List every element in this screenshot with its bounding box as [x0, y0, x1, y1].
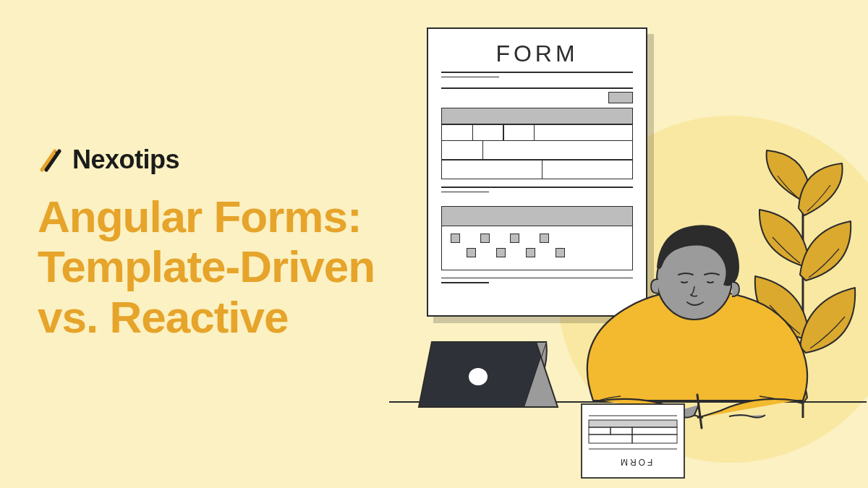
- paper-illustration: [579, 401, 687, 481]
- headline-line-2: Template-Driven: [38, 241, 375, 291]
- page-headline: Angular Forms: Template-Driven vs. React…: [38, 192, 375, 342]
- brand-logo-icon: [38, 147, 64, 173]
- brand-block: Nexotips: [38, 145, 179, 175]
- paper-form-label: FORM: [618, 457, 652, 467]
- svg-rect-5: [589, 420, 677, 427]
- laptop-illustration: [416, 336, 561, 437]
- brand-name: Nexotips: [72, 145, 179, 175]
- headline-line-3: vs. Reactive: [38, 292, 288, 342]
- form-illustration-title: FORM: [441, 40, 633, 67]
- svg-point-2: [469, 368, 488, 385]
- headline-line-1: Angular Forms:: [38, 192, 362, 241]
- banner-canvas: FORM: [0, 0, 868, 488]
